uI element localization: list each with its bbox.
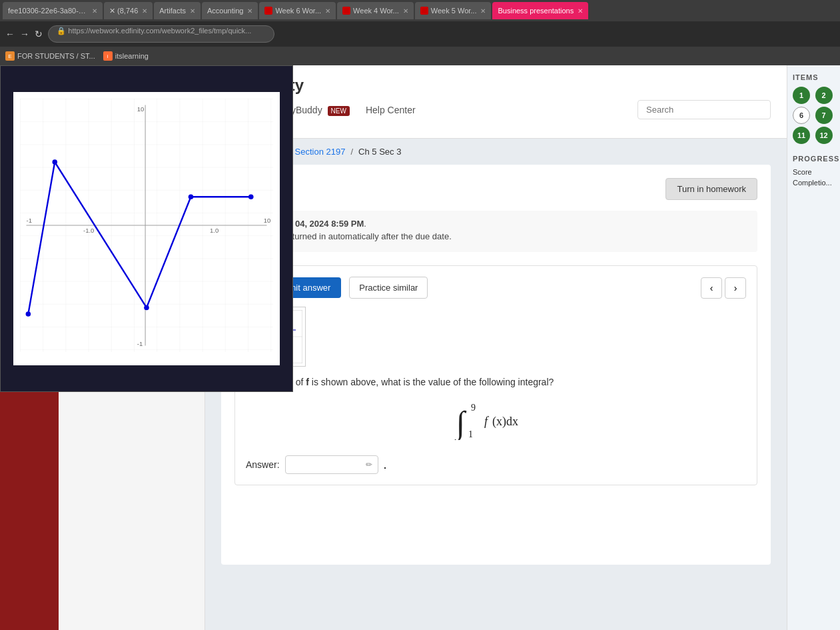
address-text: https://webwork.edfinity.com/webwork2_fi… [68,27,251,35]
tab-2-close[interactable]: ✕ [142,7,147,15]
address-input[interactable]: 🔒 https://webwork.edfinity.com/webwork2_… [48,25,274,43]
due-date-item: Due Dec 04, 2024 8:59 PM. [258,219,747,229]
svg-text:-1: -1 [137,340,143,347]
svg-text:f: f [484,415,490,428]
tab-week5-close[interactable]: ✕ [480,7,486,15]
tab-accounting-close[interactable]: ✕ [247,7,252,15]
tab-business-label: Business presentations [498,7,574,15]
answer-input-field[interactable]: ✏ [285,455,378,474]
search-input[interactable] [637,100,771,119]
answer-row: Answer: ✏ . [246,455,746,474]
breadcrumb-section: Ch 5 Sec 3 [358,147,401,157]
studybuddy-badge: NEW [328,106,350,116]
bookmark-itslearning-icon: i [103,51,113,61]
item-circles: 1 2 6 7 11 12 [793,87,835,144]
svg-text:-1: -1 [27,217,32,224]
next-question-button[interactable]: › [725,277,746,299]
items-panel-label: ITEMS [793,73,835,81]
tab-week6-close[interactable]: ✕ [325,7,330,15]
item-circle-12[interactable]: 12 [815,127,833,144]
svg-point-11 [144,305,149,311]
graph-svg: 10 -1 10 -1 -1.0 1.0 [20,99,273,352]
tab-accounting[interactable]: Accounting ✕ [202,2,258,19]
tab-2[interactable]: ✕ (8,746 ✕ [104,2,153,19]
tab-week4-label: Week 4 Wor... [353,7,399,15]
tab-2-label: ✕ (8,746 [109,7,138,15]
integral-svg: ∫ 9 1 f (x)dx [450,400,543,440]
tab-1-label: fee10306-22e6-3a80-9218-50df9dab40fe__e7… [8,7,88,15]
main-content: 10 -1 10 -1 -1.0 1.0 [0,65,840,630]
svg-text:∫: ∫ [454,405,467,440]
progress-label: PROGRESS [793,155,835,163]
lock-icon: 🔒 [57,27,66,35]
forward-button[interactable]: → [20,29,29,39]
item-circle-11[interactable]: 11 [793,127,810,144]
integral-display: ∫ 9 1 f (x)dx [246,400,746,445]
tab-week6-icon [264,7,272,15]
tab-week4[interactable]: Week 4 Wor... ✕ [337,2,414,19]
score-row: Score [793,168,835,176]
tab-bar: fee10306-22e6-3a80-9218-50df9dab40fe__e7… [0,0,840,21]
tab-week5-icon [420,7,428,15]
svg-text:9: 9 [471,403,476,413]
bookmark-itslearning-label: itslearning [115,52,149,60]
svg-point-9 [26,311,31,317]
f-variable: f [306,377,309,387]
back-button[interactable]: ← [5,29,15,39]
svg-text:1: 1 [468,429,473,439]
tab-week5-label: Week 5 Wor... [431,7,477,15]
item-circle-6[interactable]: 6 [793,107,810,124]
svg-point-12 [189,194,194,199]
tab-1-close[interactable]: ✕ [92,7,97,15]
nav-bar: Courses StudyBuddy NEW Help Center [221,100,771,125]
items-header: Items Turn in homework [234,178,757,200]
completion-row: Completio... [793,179,835,187]
turn-in-button[interactable]: Turn in homework [665,178,757,200]
svg-text:10: 10 [264,217,271,224]
prev-question-button[interactable]: ‹ [701,277,722,299]
reload-button[interactable]: ↻ [35,29,43,39]
bookmark-for-students-icon: E [5,51,15,61]
bookmark-for-students-label: FOR STUDENTS / ST... [17,52,95,60]
svg-text:10: 10 [137,105,145,113]
tab-week4-close[interactable]: ✕ [403,7,408,15]
svg-point-10 [52,159,57,165]
answer-label: Answer: [246,459,280,470]
tab-accounting-label: Accounting [207,7,243,15]
breadcrumb-separator: / [350,147,353,157]
graph-popup: 10 -1 10 -1 -1.0 1.0 [0,65,293,392]
question-row: 7. Submit answer Practice similar ‹ › [246,277,746,299]
question-text: If the graph of f is shown above, what i… [246,375,746,389]
item-circle-7[interactable]: 7 [815,107,833,124]
content-panel: Items Turn in homework Due Dec 04, 2024 … [221,165,771,565]
auto-turn-item: It will be turned in automatically after… [258,231,747,241]
nav-help-center[interactable]: Help Center [366,102,416,118]
tab-week5[interactable]: Week 5 Wor... ✕ [415,2,492,19]
tab-week6[interactable]: Week 6 Wor... ✕ [259,2,336,19]
tab-week4-icon [342,7,350,15]
tab-artifacts-label: Artifacts [159,7,186,15]
due-info: Due Dec 04, 2024 8:59 PM. It will be tur… [234,211,757,252]
tab-week6-label: Week 6 Wor... [275,7,321,15]
answer-dot: . [384,458,387,472]
svg-text:(x)dx: (x)dx [492,415,518,429]
item-circle-1[interactable]: 1 [793,87,810,104]
tab-business-close[interactable]: ✕ [578,7,583,15]
bookmark-itslearning[interactable]: i itslearning [103,51,149,61]
practice-similar-button[interactable]: Practice similar [349,277,428,299]
question-nav-arrows: ‹ › [701,277,746,299]
question-block-7: 7. Submit answer Practice similar ‹ › [234,265,757,485]
items-panel: ITEMS 1 2 6 7 11 12 PROGRESS Score Compl… [787,65,840,630]
svg-text:-1.0: -1.0 [83,227,94,234]
tab-business-presentations[interactable]: Business presentations ✕ [492,2,588,19]
tab-artifacts[interactable]: Artifacts ✕ [154,2,201,19]
edfinity-brand: e Edfinity [221,65,771,100]
bookmark-for-students[interactable]: E FOR STUDENTS / ST... [5,51,95,61]
item-circle-2[interactable]: 2 [815,87,833,104]
tab-artifacts-close[interactable]: ✕ [190,7,195,15]
pencil-icon: ✏ [366,460,372,469]
graph-inner: 10 -1 10 -1 -1.0 1.0 [13,92,280,365]
svg-text:1.0: 1.0 [210,227,218,234]
address-bar: ← → ↻ 🔒 https://webwork.edfinity.com/web… [0,21,840,47]
tab-1[interactable]: fee10306-22e6-3a80-9218-50df9dab40fe__e7… [3,2,103,19]
